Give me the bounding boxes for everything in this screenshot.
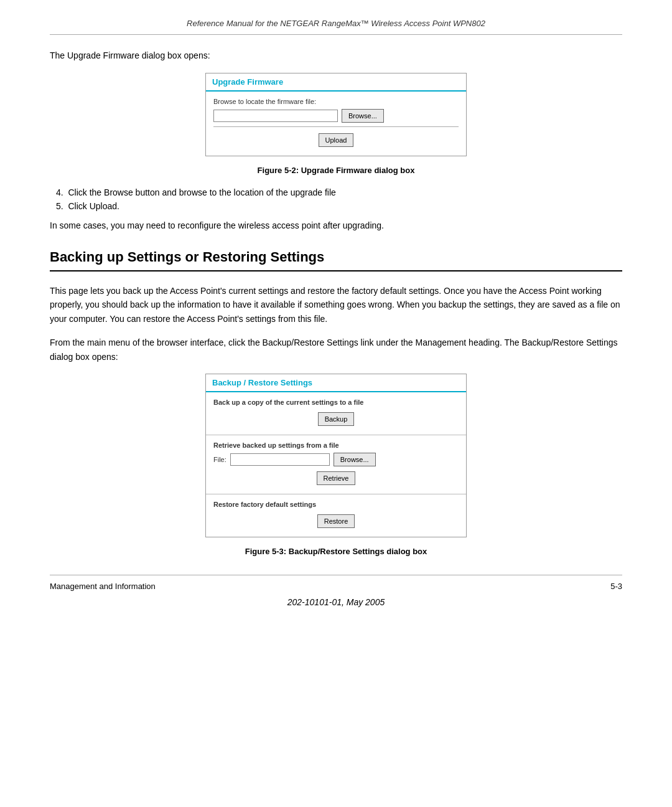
footer-left: Management and Information <box>50 582 156 591</box>
backup-section-title: Backing up Settings or Restoring Setting… <box>50 249 622 271</box>
page-header: Reference Manual for the NETGEAR RangeMa… <box>50 19 622 35</box>
backup-restore-dialog: Backup / Restore Settings Back up a copy… <box>205 374 467 537</box>
backup-dialog-title: Backup / Restore Settings <box>206 374 466 392</box>
footer-date: 202-10101-01, May 2005 <box>287 597 385 607</box>
upgrade-firmware-dialog: Upgrade Firmware Browse to locate the fi… <box>205 73 467 156</box>
header-text: Reference Manual for the NETGEAR RangeMa… <box>187 19 485 28</box>
browse-row: Browse... <box>213 109 459 123</box>
browse-button[interactable]: Browse... <box>342 109 384 123</box>
retrieve-label: Retrieve backed up settings from a file <box>213 441 459 449</box>
dialog-separator <box>213 126 459 127</box>
step-4-text: Click the Browse button and browse to th… <box>68 187 335 197</box>
step-5-number: 5. <box>56 201 68 211</box>
step-4-number: 4. <box>56 187 68 197</box>
figure-3-caption: Figure 5-3: Backup/Restore Settings dial… <box>50 547 622 556</box>
restore-button[interactable]: Restore <box>317 514 355 528</box>
backup-btn-row: Backup <box>213 410 459 428</box>
upload-button[interactable]: Upload <box>319 133 354 147</box>
step-4: 4. Click the Browse button and browse to… <box>50 187 622 197</box>
figure-2-caption: Figure 5-2: Upgrade Firmware dialog box <box>50 166 622 175</box>
restore-section: Restore factory default settings Restore <box>206 494 466 537</box>
backup-para2: From the main menu of the browser interf… <box>50 336 622 364</box>
retrieve-browse-button[interactable]: Browse... <box>334 453 376 466</box>
footer-right: 5-3 <box>610 582 622 591</box>
firmware-file-input[interactable] <box>213 110 338 122</box>
file-label: File: <box>213 456 226 463</box>
upgrade-note: In some cases, you may need to reconfigu… <box>50 220 622 230</box>
upgrade-intro: The Upgrade Firmware dialog box opens: <box>50 50 622 60</box>
step-5: 5. Click Upload. <box>50 201 622 211</box>
upload-row: Upload <box>213 131 459 149</box>
step-list: 4. Click the Browse button and browse to… <box>50 187 622 211</box>
backup-button[interactable]: Backup <box>318 412 355 426</box>
browse-label: Browse to locate the firmware file: <box>213 98 459 105</box>
restore-btn-row: Restore <box>213 512 459 531</box>
footer: Management and Information 5-3 <box>50 575 622 591</box>
upgrade-dialog-title: Upgrade Firmware <box>206 73 466 92</box>
retrieve-file-input[interactable] <box>230 453 330 466</box>
backup-para1: This page lets you back up the Access Po… <box>50 284 622 326</box>
backup-copy-section: Back up a copy of the current settings t… <box>206 392 466 435</box>
restore-label: Restore factory default settings <box>213 501 459 508</box>
retrieve-button[interactable]: Retrieve <box>317 471 356 485</box>
file-row: File: Browse... <box>213 453 459 466</box>
backup-copy-label: Back up a copy of the current settings t… <box>213 399 459 406</box>
retrieve-btn-row: Retrieve <box>213 469 459 488</box>
step-5-text: Click Upload. <box>68 201 119 211</box>
footer-center: 202-10101-01, May 2005 <box>50 597 622 607</box>
retrieve-section: Retrieve backed up settings from a file … <box>206 435 466 494</box>
